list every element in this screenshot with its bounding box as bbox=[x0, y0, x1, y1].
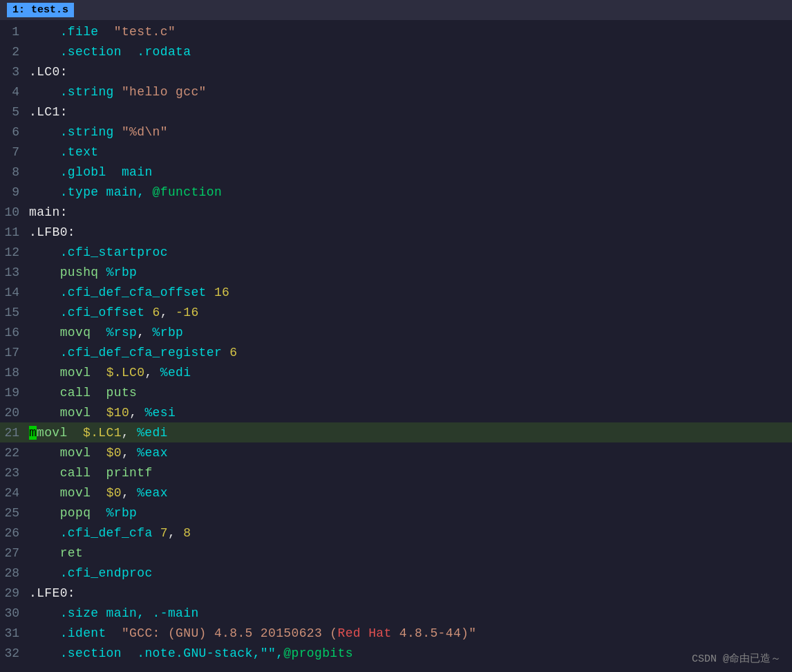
token: 4.8.5-44)" bbox=[392, 626, 477, 640]
line-content: .LC1: bbox=[29, 105, 792, 119]
code-line: 29.LFE0: bbox=[0, 583, 792, 603]
code-line: 27 ret bbox=[0, 543, 792, 563]
code-line: 6 .string "%d\n" bbox=[0, 122, 792, 142]
line-content: popq %rbp bbox=[29, 506, 792, 520]
line-content: .LFE0: bbox=[29, 586, 792, 600]
token: .cfi_offset bbox=[29, 306, 153, 319]
code-line: 15 .cfi_offset 6, -16 bbox=[0, 302, 792, 322]
token: pushq bbox=[29, 265, 106, 279]
token: "hello gcc" bbox=[122, 85, 207, 99]
code-line: 17 .cfi_def_cfa_register 6 bbox=[0, 342, 792, 362]
token: movq bbox=[29, 326, 106, 339]
token: , bbox=[122, 486, 137, 500]
line-content: .ident "GCC: (GNU) 4.8.5 20150623 (Red H… bbox=[29, 626, 792, 640]
line-number: 30 bbox=[0, 606, 29, 620]
code-line: 25 popq %rbp bbox=[0, 503, 792, 523]
line-content: .section .note.GNU-stack,"",@progbits bbox=[29, 646, 792, 660]
token: , bbox=[122, 426, 137, 440]
line-number: 7 bbox=[0, 145, 29, 159]
code-line: 21mmovl $.LC1, %edi bbox=[0, 422, 792, 442]
line-content: ret bbox=[29, 546, 792, 560]
line-number: 32 bbox=[0, 646, 29, 660]
token: movl bbox=[29, 406, 106, 420]
line-number: 24 bbox=[0, 486, 29, 500]
line-number: 11 bbox=[0, 225, 29, 239]
title-bar: 1: test.s bbox=[0, 0, 792, 20]
token: 16 bbox=[214, 286, 229, 299]
token: .string bbox=[29, 85, 122, 99]
line-number: 19 bbox=[0, 386, 29, 400]
token: 8 bbox=[183, 526, 191, 540]
line-content: call printf bbox=[29, 466, 792, 480]
token: , bbox=[160, 306, 176, 319]
token: %edi bbox=[160, 366, 191, 380]
token: $0 bbox=[106, 446, 122, 460]
code-line: 4 .string "hello gcc" bbox=[0, 82, 792, 102]
line-number: 4 bbox=[0, 85, 29, 99]
token: call printf bbox=[29, 466, 153, 480]
code-line: 11.LFB0: bbox=[0, 222, 792, 242]
token: 7 bbox=[160, 526, 168, 540]
token: %rbp bbox=[106, 265, 138, 279]
token: .type main, bbox=[29, 185, 153, 199]
code-line: 9 .type main, @function bbox=[0, 182, 792, 202]
token: .file bbox=[29, 25, 114, 39]
code-line: 8 .globl main bbox=[0, 162, 792, 182]
line-content: movl $0, %eax bbox=[29, 486, 792, 500]
line-number: 23 bbox=[0, 466, 29, 480]
line-number: 5 bbox=[0, 105, 29, 119]
token: .cfi_endproc bbox=[29, 566, 153, 580]
line-content: .LC0: bbox=[29, 65, 792, 79]
code-line: 30 .size main, .-main bbox=[0, 603, 792, 623]
token: "%d\n" bbox=[122, 125, 168, 139]
token: , bbox=[122, 446, 137, 460]
line-content: main: bbox=[29, 205, 792, 219]
line-content: .globl main bbox=[29, 165, 792, 179]
line-number: 8 bbox=[0, 165, 29, 179]
token: .LC0: bbox=[29, 65, 68, 79]
line-content: .size main, .-main bbox=[29, 606, 792, 620]
code-line: 20 movl $10, %esi bbox=[0, 402, 792, 422]
code-line: 31 .ident "GCC: (GNU) 4.8.5 20150623 (Re… bbox=[0, 623, 792, 643]
token: $.LC1 bbox=[83, 426, 122, 440]
line-number: 20 bbox=[0, 406, 29, 420]
code-line: 32 .section .note.GNU-stack,"",@progbits bbox=[0, 643, 792, 663]
token: $0 bbox=[106, 486, 122, 500]
token: .cfi_def_cfa_register bbox=[29, 346, 229, 360]
cursor: m bbox=[29, 426, 37, 440]
token: -16 bbox=[176, 306, 199, 319]
code-line: 23 call printf bbox=[0, 463, 792, 483]
line-content: .text bbox=[29, 145, 792, 159]
line-number: 22 bbox=[0, 446, 29, 460]
token: .LFE0: bbox=[29, 586, 75, 600]
line-number: 27 bbox=[0, 546, 29, 560]
code-line: 16 movq %rsp, %rbp bbox=[0, 322, 792, 342]
code-line: 28 .cfi_endproc bbox=[0, 563, 792, 583]
code-line: 22 movl $0, %eax bbox=[0, 442, 792, 463]
token: @function bbox=[153, 185, 222, 199]
code-line: 24 movl $0, %eax bbox=[0, 483, 792, 503]
code-area: 1 .file "test.c"2 .section .rodata3.LC0:… bbox=[0, 20, 792, 663]
line-content: pushq %rbp bbox=[29, 265, 792, 279]
token: %rbp bbox=[106, 506, 138, 520]
token: , bbox=[168, 526, 183, 540]
token: $10 bbox=[106, 406, 130, 420]
token: 6 bbox=[153, 306, 160, 319]
token: %eax bbox=[137, 486, 168, 500]
line-number: 25 bbox=[0, 506, 29, 520]
line-content: .string "%d\n" bbox=[29, 125, 792, 139]
line-content: .section .rodata bbox=[29, 45, 792, 59]
token: .ident bbox=[29, 626, 122, 640]
token: 6 bbox=[229, 346, 237, 360]
line-content: .cfi_endproc bbox=[29, 566, 792, 580]
code-line: 3.LC0: bbox=[0, 62, 792, 82]
line-number: 28 bbox=[0, 566, 29, 580]
code-line: 12 .cfi_startproc bbox=[0, 242, 792, 262]
token: Red Hat bbox=[337, 626, 391, 640]
line-number: 31 bbox=[0, 626, 29, 640]
line-number: 16 bbox=[0, 326, 29, 339]
line-number: 14 bbox=[0, 286, 29, 299]
token: %rsp bbox=[106, 326, 138, 339]
token: .section .note.GNU-stack,"", bbox=[29, 646, 283, 660]
code-line: 1 .file "test.c" bbox=[0, 21, 792, 41]
